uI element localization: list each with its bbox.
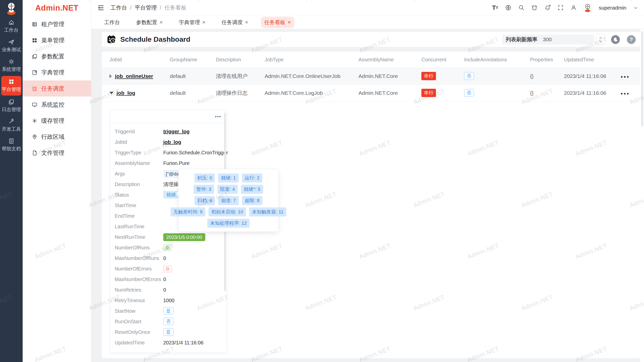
tab-config[interactable]: 参数配置× <box>133 17 166 28</box>
fullscreen-icon <box>557 5 564 11</box>
file-icon <box>32 150 37 156</box>
refresh-rate-value[interactable]: 300 <box>543 36 590 42</box>
rail-item-dev-tools[interactable]: 开发工具 <box>0 116 23 135</box>
sidebar-item-dictionary[interactable]: 字典管理 <box>23 64 91 80</box>
detail-actions-button[interactable]: ••• <box>215 114 221 119</box>
home-icon <box>8 19 14 25</box>
detail-field-row: TriggerType Furion.Schedule.CronTrigger <box>110 147 226 158</box>
detail-field-value: Furion.Schedule.CronTrigger <box>163 150 228 155</box>
tab-dictionary[interactable]: 字典管理× <box>175 17 209 28</box>
breadcrumb-workbench[interactable]: 工作台 <box>110 4 127 12</box>
step-down-icon[interactable] <box>599 40 602 42</box>
tab-task-schedule[interactable]: 任务调度× <box>218 17 252 28</box>
bank-icon <box>32 21 37 27</box>
refresh-rate-input[interactable]: 列表刷新频率 300 <box>502 34 594 44</box>
chevron-down-icon <box>633 6 638 10</box>
cell-description: 清理在线用户 <box>216 73 265 80</box>
row-actions-button[interactable]: ●●● <box>621 74 630 79</box>
brand-title: Admin.NET <box>23 0 91 16</box>
column-header: AssemblyName <box>358 57 421 63</box>
close-icon[interactable]: × <box>202 20 206 25</box>
column-header: JobId <box>109 57 170 63</box>
cell-description: 清理操作日志 <box>216 89 265 97</box>
sidebar-item-files[interactable]: 文件管理 <box>23 145 91 161</box>
sidebar-item-task-schedule[interactable]: 任务调度 <box>23 80 91 97</box>
search-button[interactable] <box>517 4 525 12</box>
job-id-link[interactable]: job_log <box>116 90 135 96</box>
sidebar-item-cache[interactable]: 缓存管理 <box>23 113 91 129</box>
cell-assembly: Admin.NET.Core <box>358 73 421 79</box>
detail-field-row: MaxNumberOfErrors 0 <box>110 274 226 285</box>
notifications-button[interactable] <box>544 4 551 12</box>
avatar[interactable] <box>583 3 592 12</box>
detail-field-value[interactable]: trigger_log <box>163 129 189 134</box>
detail-field-label: MaxNumberOfErrors <box>115 277 163 282</box>
help-button[interactable]: ? <box>627 35 636 44</box>
detail-field-label: StartTime <box>115 203 163 208</box>
collapse-caret[interactable] <box>109 92 113 94</box>
tab-workbench[interactable]: 工作台 <box>101 17 124 28</box>
detail-field-value: 是 <box>163 307 174 314</box>
rail-item-business-test[interactable]: 业务测试 <box>0 36 23 56</box>
step-up-icon[interactable] <box>599 37 602 39</box>
detail-field-value[interactable]: job_log <box>163 139 181 145</box>
topbar: 工作台 / 平台管理 / 任务看板 TT <box>91 0 644 16</box>
rail-item-workbench[interactable]: 工作台 <box>0 17 23 36</box>
concurrent-badge: 串行 <box>421 89 436 97</box>
schedule-dashboard-icon <box>106 34 117 45</box>
book-icon <box>32 70 37 75</box>
status-badge: 归档: 6 <box>194 196 215 205</box>
detail-field-label: UpdatedTime <box>115 340 163 346</box>
detail-field-row: StartNow 是 <box>110 306 226 316</box>
detail-field-row: TriggerId trigger_log <box>110 126 226 137</box>
page-header-card: Schedule Dashboard 列表刷新频率 300 ? <box>102 32 640 47</box>
language-button[interactable] <box>504 4 512 12</box>
detail-field-row: JobId job_log <box>110 137 226 147</box>
monitor-icon <box>32 102 37 108</box>
row-actions-button[interactable]: ●●● <box>621 91 630 96</box>
detail-field-row: NextRunTime 2023/1/5 0:00:00 <box>110 232 226 242</box>
sidebar-item-system-monitor[interactable]: 系统监控 <box>23 97 91 113</box>
breadcrumb: 工作台 / 平台管理 / 任务看板 <box>110 4 186 12</box>
dark-mode-button[interactable] <box>611 35 620 44</box>
rail-item-help-docs[interactable]: 帮助文档 <box>0 135 23 155</box>
detail-field-row: UpdatedTime 2023/1/4 11:16:06 <box>110 337 226 348</box>
detail-field-label: LastRunTime <box>115 224 163 230</box>
font-size-button[interactable]: TT <box>491 4 499 12</box>
collapse-menu-icon[interactable] <box>97 4 104 11</box>
sidebar-item-region[interactable]: 行政区域 <box>23 129 91 145</box>
theme-button[interactable] <box>531 4 538 12</box>
sidebar-item-config[interactable]: 参数配置 <box>23 48 91 64</box>
close-icon[interactable]: × <box>159 20 163 25</box>
expand-caret[interactable] <box>109 74 112 78</box>
detail-field-row: RetryTimeout 1000 <box>110 295 226 306</box>
status-badge: 未知处理程序: 12 <box>207 219 250 228</box>
status-badge: 超限: 8 <box>242 196 262 205</box>
monk-logo-icon <box>5 1 18 15</box>
status-badge: 初始未启动: 10 <box>209 207 246 216</box>
close-icon[interactable]: × <box>288 20 291 25</box>
app-root: 工作台 业务测试 系统管理 平台管理 日志管理 开发工具 帮助文档 Admin.… <box>0 0 644 362</box>
detail-field-value: 0 <box>163 287 166 293</box>
page-scrollbar[interactable] <box>640 29 644 362</box>
sidebar-item-menu[interactable]: 菜单管理 <box>23 32 91 48</box>
job-id-link[interactable]: job_onlineUser <box>115 73 153 79</box>
sidebar-item-tenant[interactable]: 租户管理 <box>23 16 91 32</box>
wrench-icon <box>8 118 14 124</box>
tab-task-dashboard[interactable]: 任务看板× <box>261 17 295 28</box>
close-icon[interactable]: × <box>245 20 248 25</box>
column-header: Properties <box>530 57 564 63</box>
current-user[interactable]: superadmin <box>599 5 626 11</box>
refresh-rate-stepper[interactable] <box>596 34 605 45</box>
rail-item-system-admin[interactable]: 系统管理 <box>0 56 23 75</box>
scrollbar-thumb[interactable] <box>641 31 643 127</box>
profile-button[interactable] <box>570 4 577 12</box>
rail-item-log-admin[interactable]: 日志管理 <box>0 96 23 116</box>
fullscreen-button[interactable] <box>557 4 564 12</box>
concurrent-badge: 串行 <box>421 72 436 80</box>
detail-field-row: AssemblyName Furion.Pure <box>110 158 226 168</box>
user-menu-button[interactable] <box>632 4 639 12</box>
breadcrumb-platform[interactable]: 平台管理 <box>135 4 157 12</box>
rail-item-platform-admin[interactable]: 平台管理 <box>1 76 21 96</box>
refresh-rate-label: 列表刷新频率 <box>506 36 537 43</box>
